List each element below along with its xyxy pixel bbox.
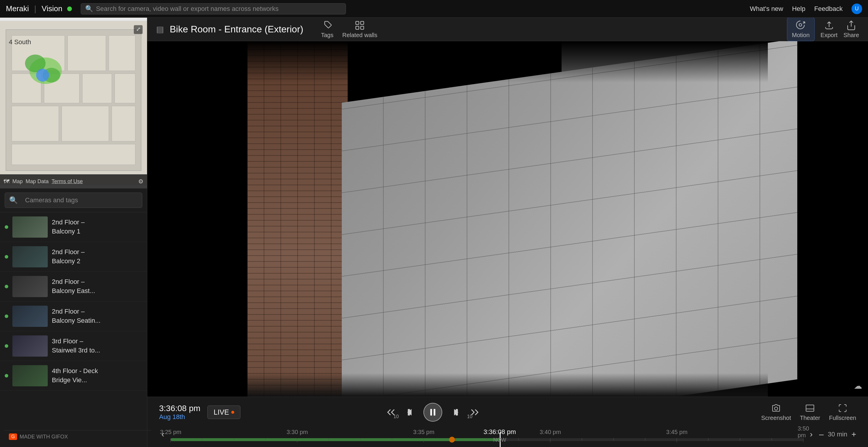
right-controls: Screenshot Theater Fullscreen [761,404,856,421]
time-main: 3:36:08 pm [159,404,200,413]
map-bottom-bar: 🗺 Map Map Data Terms of Use ⚙ [0,174,147,188]
share-button[interactable]: Share [843,20,859,39]
camera-status-dot [5,255,8,259]
camera-search-input[interactable] [21,194,138,207]
camera-item[interactable]: 3rd Floor – Stairwell 3rd to... [0,331,147,361]
feedback-link[interactable]: Feedback [814,5,843,13]
map-settings-icon[interactable]: ⚙ [138,178,144,185]
content-area: ▤ Bike Room - Entrance (Exterior) Tags [147,18,868,447]
rewind-button[interactable]: 10 [383,405,399,420]
export-icon [824,20,834,31]
svg-rect-23 [361,26,364,29]
camera-list: 2nd Floor – Balcony 1 2nd Floor – Balcon… [0,212,147,434]
timeline-bar[interactable]: NOW [170,438,803,441]
tags-button[interactable]: Tags [321,20,333,39]
theater-button[interactable]: Theater [800,404,820,421]
help-link[interactable]: Help [792,5,805,13]
map-data-label: Map Data [26,179,49,185]
floor-plan-svg: 4 South ⤢ [0,18,147,188]
whats-new-link[interactable]: What's new [750,5,783,13]
live-dot [231,411,234,414]
svg-point-29 [775,407,778,410]
svg-rect-3 [68,35,106,71]
search-bar[interactable]: 🔍 Search for camera, video wall or expor… [81,3,346,14]
live-button[interactable]: LIVE [208,406,241,419]
camera-status-dot [5,344,8,348]
zoom-level: 30 min [828,430,847,438]
svg-rect-8 [115,74,135,103]
camera-status-dot [5,285,8,288]
camera-item[interactable]: 2nd Floor – Balcony East... [0,272,147,301]
camera-status-dot [5,225,8,229]
camera-item[interactable]: 2nd Floor – Balcony 2 [0,242,147,272]
timeline-ticks [170,438,803,441]
share-label: Share [843,32,859,39]
pause-button[interactable] [424,403,442,422]
related-walls-button[interactable]: Related walls [342,20,377,39]
forward-button[interactable]: 10 [467,405,482,420]
search-icon: 🔍 [85,5,93,13]
video-scene: ☁ [147,41,868,397]
camera-item[interactable]: 4th Floor - Deck Bridge Vie... [0,361,147,391]
zoom-out-button[interactable]: – [819,429,824,439]
playback-controls: 10 [383,403,482,422]
camera-header: ▤ Bike Room - Entrance (Exterior) Tags [147,18,868,41]
theater-icon [805,404,815,413]
logo: Meraki | Vision [6,4,72,13]
theater-label: Theater [800,415,820,421]
timeline-wrapper[interactable]: 3:25 pm 3:30 pm 3:35 pm 3:36:08 pm 3:40 … [170,427,803,441]
timeline-label-2: 3:35 pm [413,429,434,436]
related-walls-label: Related walls [342,32,377,39]
tags-icon [322,20,333,31]
meraki-logo-text: Meraki [6,4,29,13]
brick-wall [248,41,348,397]
svg-rect-7 [82,74,112,103]
camera-search-container: 🔍 [0,188,147,212]
svg-text:4 South: 4 South [9,38,31,45]
camera-item[interactable]: 2nd Floor – Balcony 1 [0,212,147,242]
timeline-playhead: NOW [500,432,501,447]
motion-icon [796,20,806,31]
logo-separator: | [34,4,36,13]
time-date[interactable]: Aug 18th [159,413,200,421]
terms-label[interactable]: Terms of Use [52,179,83,185]
motion-button[interactable]: Motion [787,18,815,41]
timeline-label-0: 3:25 pm [160,429,181,436]
svg-text:⤢: ⤢ [136,26,141,32]
svg-point-16 [36,69,49,82]
zoom-in-button[interactable]: + [851,429,856,439]
screenshot-icon [771,404,781,413]
main-layout: 4 South ⤢ 🗺 Map Map Data Terms of Use ⚙ … [0,18,868,447]
svg-rect-10 [62,106,109,141]
controls-bar: 3:36:08 pm Aug 18th LIVE 10 [147,397,868,447]
pavement-lines [342,41,797,397]
svg-rect-22 [356,26,359,29]
camera-name: 3rd Floor – Stairwell 3rd to... [52,337,100,355]
camera-item[interactable]: 2nd Floor – Balcony Seatin... [0,301,147,331]
export-button[interactable]: Export [820,20,838,39]
tags-label: Tags [321,32,333,39]
camera-name: 2nd Floor – Balcony East... [52,277,95,296]
fullscreen-button[interactable]: Fullscreen [829,404,856,421]
svg-rect-4 [109,35,135,71]
video-container: ☁ [147,41,868,397]
sidebar: 4 South ⤢ 🗺 Map Map Data Terms of Use ⚙ … [0,18,147,447]
camera-name: 2nd Floor – Balcony 2 [52,248,85,266]
frame-forward-button[interactable] [448,406,461,419]
screenshot-button[interactable]: Screenshot [761,404,791,421]
camera-thumbnail [12,217,48,237]
live-label: LIVE [214,408,229,416]
gifox-logo: G [9,434,17,440]
related-walls-icon [354,20,365,31]
camera-thumbnail [12,306,48,327]
vision-logo-text: Vision [41,4,62,13]
pavement [342,41,797,397]
now-label: NOW [493,437,506,443]
forward-label: 10 [467,414,472,419]
gifox-badge: G MADE WITH GIFOX [4,430,151,443]
time-display: 3:36:08 pm Aug 18th [159,404,200,421]
topbar: Meraki | Vision 🔍 Search for camera, vid… [0,0,868,18]
user-avatar[interactable]: U [851,3,862,14]
timeline-label-1: 3:30 pm [287,429,308,436]
frame-back-button[interactable] [405,406,417,419]
